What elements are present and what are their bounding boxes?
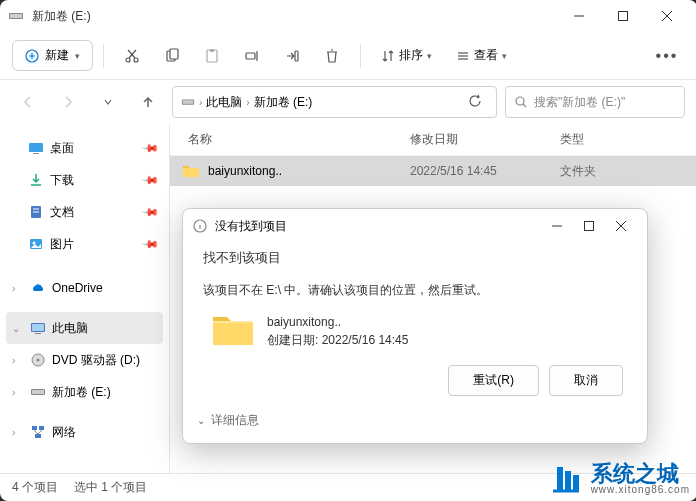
history-button[interactable]	[92, 86, 124, 118]
drive-icon	[181, 95, 195, 109]
share-button[interactable]	[274, 40, 310, 72]
sidebar-item-pictures[interactable]: 图片📌	[0, 228, 169, 260]
dialog-titlebar[interactable]: 没有找到项目	[183, 209, 647, 243]
breadcrumb-segment[interactable]: 此电脑	[206, 94, 242, 111]
sidebar: 桌面📌 下载📌 文档📌 图片📌 ›OneDrive ⌄此电脑 ›DVD 驱动器 …	[0, 124, 170, 473]
column-header-date[interactable]: 修改日期	[410, 131, 560, 148]
paste-button[interactable]	[194, 40, 230, 72]
svg-rect-42	[32, 426, 37, 430]
document-icon	[28, 204, 44, 220]
cancel-button[interactable]: 取消	[549, 365, 623, 396]
window-title: 新加卷 (E:)	[32, 8, 557, 25]
svg-rect-41	[32, 390, 44, 394]
column-header-type[interactable]: 类型	[560, 131, 696, 148]
dialog-item-date: 创建日期: 2022/5/16 14:45	[267, 331, 408, 349]
sidebar-item-onedrive[interactable]: ›OneDrive	[0, 272, 169, 304]
separator	[103, 44, 104, 68]
retry-button[interactable]: 重试(R)	[448, 365, 539, 396]
info-icon	[193, 219, 207, 233]
new-label: 新建	[45, 47, 69, 64]
expand-icon[interactable]: ›	[12, 355, 24, 366]
svg-rect-56	[573, 475, 579, 491]
chevron-down-icon: ▾	[75, 51, 80, 61]
refresh-button[interactable]	[462, 94, 488, 111]
dialog-close-button[interactable]	[605, 212, 637, 240]
close-button[interactable]	[645, 0, 689, 32]
chevron-down-icon: ▾	[502, 51, 507, 61]
watermark-url: www.xitong86.com	[591, 485, 690, 495]
titlebar[interactable]: 新加卷 (E:)	[0, 0, 696, 32]
svg-rect-54	[557, 467, 563, 491]
copy-icon	[164, 48, 180, 64]
breadcrumb-segment[interactable]: 新加卷 (E:)	[254, 94, 313, 111]
drive-icon	[30, 384, 46, 400]
watermark-logo-icon	[547, 461, 583, 497]
new-button[interactable]: 新建 ▾	[12, 40, 93, 71]
addressbar: › 此电脑 › 新加卷 (E:) 搜索"新加卷 (E:)"	[0, 80, 696, 124]
arrow-up-icon	[141, 95, 155, 109]
share-icon	[284, 48, 300, 64]
delete-button[interactable]	[314, 40, 350, 72]
search-input[interactable]: 搜索"新加卷 (E:)"	[505, 86, 685, 118]
sidebar-item-drive-e[interactable]: ›新加卷 (E:)	[0, 376, 169, 408]
chevron-right-icon: ›	[246, 97, 249, 108]
pictures-icon	[28, 236, 44, 252]
svg-rect-36	[32, 324, 44, 331]
more-button[interactable]: •••	[649, 40, 685, 72]
drive-icon	[8, 8, 24, 24]
paste-icon	[204, 48, 220, 64]
svg-rect-1	[10, 14, 22, 18]
status-count: 4 个项目	[12, 479, 58, 496]
chevron-right-icon: ›	[199, 97, 202, 108]
address-input[interactable]: › 此电脑 › 新加卷 (E:)	[172, 86, 497, 118]
details-toggle[interactable]: ⌄ 详细信息	[183, 406, 647, 429]
arrow-left-icon	[21, 95, 35, 109]
minimize-button[interactable]	[557, 0, 601, 32]
up-button[interactable]	[132, 86, 164, 118]
error-dialog: 没有找到项目 找不到该项目 该项目不在 E:\ 中。请确认该项目的位置，然后重试…	[182, 208, 648, 444]
sidebar-item-thispc[interactable]: ⌄此电脑	[6, 312, 163, 344]
svg-rect-24	[183, 100, 194, 104]
svg-line-26	[523, 104, 526, 107]
file-row[interactable]: baiyunxitong.. 2022/5/16 14:45 文件夹	[170, 156, 696, 186]
expand-icon[interactable]: ⌄	[12, 323, 24, 334]
cut-button[interactable]	[114, 40, 150, 72]
dialog-minimize-button[interactable]	[541, 212, 573, 240]
copy-button[interactable]	[154, 40, 190, 72]
arrow-right-icon	[61, 95, 75, 109]
cloud-icon	[30, 280, 46, 296]
maximize-button[interactable]	[601, 0, 645, 32]
svg-rect-43	[39, 426, 44, 430]
view-button[interactable]: 查看 ▾	[446, 41, 517, 70]
rename-icon	[244, 48, 260, 64]
plus-circle-icon	[25, 49, 39, 63]
sidebar-item-dvd[interactable]: ›DVD 驱动器 (D:)	[0, 344, 169, 376]
dialog-message: 该项目不在 E:\ 中。请确认该项目的位置，然后重试。	[203, 281, 627, 299]
svg-rect-44	[35, 434, 41, 438]
sidebar-item-documents[interactable]: 文档📌	[0, 196, 169, 228]
svg-rect-27	[29, 143, 43, 152]
back-button[interactable]	[12, 86, 44, 118]
pin-icon: 📌	[140, 170, 159, 189]
expand-icon[interactable]: ›	[12, 427, 24, 438]
trash-icon	[324, 48, 340, 64]
forward-button[interactable]	[52, 86, 84, 118]
status-selected: 选中 1 个项目	[74, 479, 147, 496]
svg-line-45	[34, 430, 38, 434]
svg-rect-51	[585, 222, 594, 231]
expand-icon[interactable]: ›	[12, 283, 24, 294]
svg-line-46	[38, 430, 42, 434]
rename-button[interactable]	[234, 40, 270, 72]
svg-rect-16	[210, 49, 214, 52]
expand-icon[interactable]: ›	[12, 387, 24, 398]
svg-point-39	[37, 359, 40, 362]
sidebar-item-downloads[interactable]: 下载📌	[0, 164, 169, 196]
search-icon	[514, 95, 528, 109]
sidebar-item-network[interactable]: ›网络	[0, 416, 169, 448]
column-header-name[interactable]: 名称	[170, 131, 410, 148]
sidebar-item-desktop[interactable]: 桌面📌	[0, 132, 169, 164]
sort-button[interactable]: 排序 ▾	[371, 41, 442, 70]
download-icon	[28, 172, 44, 188]
file-date: 2022/5/16 14:45	[410, 164, 560, 178]
dialog-maximize-button[interactable]	[573, 212, 605, 240]
